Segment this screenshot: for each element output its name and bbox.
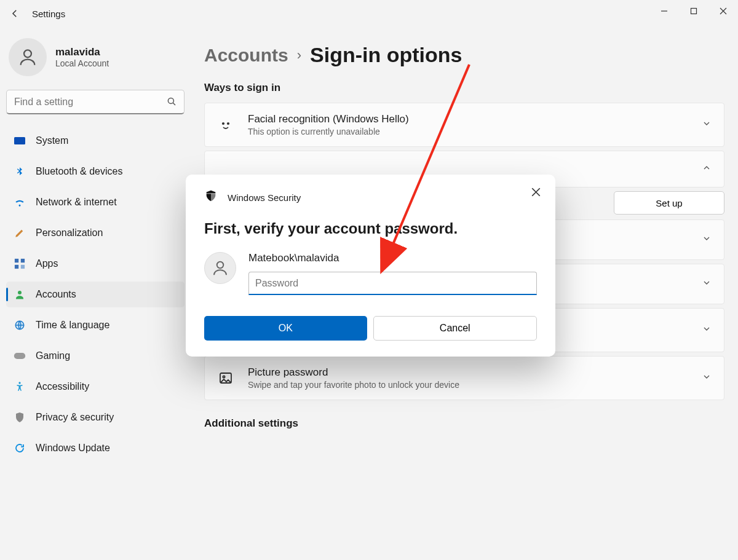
nav-list: System Bluetooth & devices Network & int… [6,128,184,461]
svg-point-13 [18,382,20,384]
gamepad-icon [14,350,26,362]
nav-label: Privacy & security [36,412,114,423]
nav-personalization[interactable]: Personalization [6,220,184,246]
svg-rect-9 [21,265,25,269]
card-title: Picture password [248,366,688,379]
update-icon [14,442,26,454]
option-picture-password[interactable]: Picture password Swipe and tap your favo… [204,356,724,400]
svg-line-4 [173,103,175,105]
nav-label: System [36,135,68,146]
breadcrumb-parent[interactable]: Accounts [204,45,288,66]
search-icon [166,96,177,109]
bluetooth-icon [14,165,26,178]
nav-label: Bluetooth & devices [36,166,122,177]
nav-network[interactable]: Network & internet [6,189,184,215]
nav-label: Gaming [36,350,70,361]
chevron-right-icon: › [297,47,301,63]
display-icon [14,135,26,147]
nav-label: Windows Update [36,443,110,454]
chevron-down-icon [702,234,712,246]
nav-label: Time & language [36,320,109,331]
nav-apps[interactable]: Apps [6,251,184,277]
security-shield-icon [204,189,218,205]
brush-icon [14,227,26,239]
svg-rect-12 [14,353,25,359]
chevron-down-icon [702,278,712,290]
section-additional-heading: Additional settings [204,417,724,430]
nav-accounts[interactable]: Accounts [6,282,184,307]
apps-icon [14,258,26,270]
nav-time[interactable]: Time & language [6,312,184,338]
dialog-app-name: Windows Security [228,192,301,203]
back-button[interactable] [9,7,21,20]
svg-rect-6 [15,259,18,262]
sidebar: malavida Local Account System Bluetooth … [0,27,191,560]
close-button[interactable] [708,0,738,22]
search-wrap [6,90,184,114]
nav-label: Accessibility [36,381,89,392]
dialog-headline: First, verify your account password. [204,220,537,237]
svg-point-3 [168,98,173,103]
nav-label: Apps [36,258,58,269]
svg-rect-5 [14,137,25,144]
svg-point-18 [223,376,224,377]
chevron-down-icon [702,372,712,384]
nav-label: Accounts [36,289,76,300]
accessibility-icon [14,381,26,393]
windows-security-dialog: Windows Security First, verify your acco… [186,175,555,357]
titlebar: Settings [0,0,738,27]
nav-gaming[interactable]: Gaming [6,343,184,369]
search-input[interactable] [6,90,184,114]
person-icon [14,288,26,301]
card-subtitle: Swipe and tap your favorite photo to unl… [248,380,688,390]
breadcrumb: Accounts › Sign-in options [204,43,724,67]
password-input[interactable] [248,272,537,295]
svg-point-2 [24,50,31,57]
nav-label: Personalization [36,227,103,239]
svg-point-10 [18,291,22,294]
card-title: Facial recognition (Windows Hello) [248,113,688,125]
nav-update[interactable]: Windows Update [6,435,184,461]
globe-icon [14,319,26,331]
dialog-close-button[interactable] [528,184,543,199]
svg-rect-7 [21,259,25,262]
nav-accessibility[interactable]: Accessibility [6,374,184,400]
window-controls [649,0,738,22]
svg-point-15 [228,123,229,124]
setup-button[interactable]: Set up [614,191,724,215]
maximize-button[interactable] [679,0,708,22]
minimize-button[interactable] [649,0,679,22]
section-ways-heading: Ways to sign in [204,82,724,94]
picture-icon [217,371,234,385]
dialog-account-name: Matebook\malavida [248,252,537,264]
svg-rect-1 [691,9,697,14]
chevron-down-icon [702,324,712,336]
page-title: Sign-in options [310,43,462,67]
card-subtitle: This option is currently unavailable [248,127,688,136]
wifi-icon [14,196,26,208]
option-facial-recognition[interactable]: Facial recognition (Windows Hello) This … [204,103,724,147]
nav-privacy[interactable]: Privacy & security [6,404,184,430]
cancel-button[interactable]: Cancel [373,316,538,341]
nav-label: Network & internet [36,197,117,208]
user-block[interactable]: malavida Local Account [6,33,184,90]
svg-point-14 [223,123,224,124]
dialog-avatar [204,252,236,284]
avatar [9,38,47,76]
user-name: malavida [55,46,109,58]
svg-point-19 [217,262,224,269]
nav-bluetooth[interactable]: Bluetooth & devices [6,159,184,184]
user-type: Local Account [55,58,109,68]
window-title: Settings [32,9,65,19]
nav-system[interactable]: System [6,128,184,154]
chevron-down-icon [702,119,712,131]
svg-rect-8 [15,265,18,269]
shield-icon [14,411,26,424]
chevron-up-icon [702,163,712,175]
face-icon [217,117,234,132]
ok-button[interactable]: OK [204,316,367,341]
